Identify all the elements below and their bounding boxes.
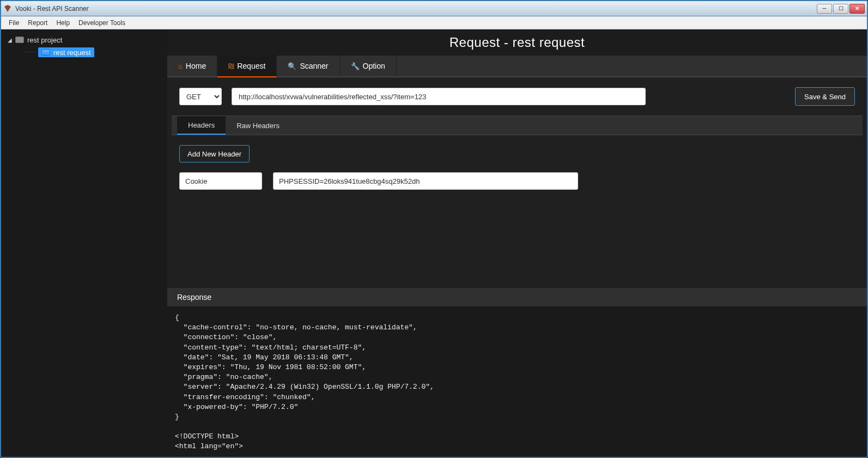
content-area: ◢ rest project ⋯⋯ rest request Request -…	[1, 29, 867, 457]
tab-scanner[interactable]: 🔍 Scanner	[277, 56, 339, 76]
menu-developer-tools[interactable]: Developer Tools	[74, 18, 130, 28]
app-icon	[3, 4, 12, 13]
tab-home-label: Home	[186, 62, 206, 70]
menu-help[interactable]: Help	[52, 18, 74, 28]
headers-panel: Add New Header	[167, 135, 867, 288]
add-header-button[interactable]: Add New Header	[179, 145, 250, 162]
header-row	[179, 172, 855, 190]
home-icon: ⌂	[178, 62, 183, 70]
tree-toggle-icon[interactable]: ◢	[8, 37, 15, 43]
request-icon: ₪	[228, 62, 234, 70]
tree-request-label: rest request	[53, 49, 91, 57]
page-title: Request - rest request	[167, 29, 867, 56]
app-window: Vooki - Rest API Scanner ─ ☐ ✕ File Repo…	[0, 0, 868, 458]
tree-project-row[interactable]: ◢ rest project	[8, 34, 167, 46]
request-row: GET Save & Send	[167, 77, 867, 116]
tab-home[interactable]: ⌂ Home	[167, 56, 217, 76]
response-body[interactable]: { "cache-control": "no-store, no-cache, …	[167, 306, 867, 457]
tree-selected-item[interactable]: rest request	[38, 47, 94, 57]
window-controls: ─ ☐ ✕	[817, 4, 865, 14]
method-select[interactable]: GET	[179, 88, 222, 105]
tab-scanner-label: Scanner	[300, 62, 328, 70]
scanner-icon: 🔍	[288, 62, 296, 70]
response-label: Response	[177, 293, 211, 302]
menu-file[interactable]: File	[4, 18, 23, 28]
menubar: File Report Help Developer Tools	[1, 16, 867, 29]
tab-option-label: Option	[363, 62, 385, 70]
subtab-headers[interactable]: Headers	[177, 116, 226, 135]
main-panel: Request - rest request ⌂ Home ₪ Request …	[167, 29, 867, 457]
window-title: Vooki - Rest API Scanner	[15, 5, 817, 13]
folder-icon	[41, 48, 50, 57]
header-key-input[interactable]	[179, 172, 262, 190]
save-send-button[interactable]: Save & Send	[795, 87, 855, 106]
url-input[interactable]	[232, 88, 646, 105]
sub-tabs: Headers Raw Headers	[172, 116, 863, 135]
minimize-button[interactable]: ─	[817, 4, 832, 14]
response-header: Response	[167, 288, 867, 306]
tab-request[interactable]: ₪ Request	[217, 56, 277, 77]
main-tabs: ⌂ Home ₪ Request 🔍 Scanner 🔧 Option	[167, 56, 867, 77]
folder-icon	[15, 35, 24, 44]
subtab-raw-headers[interactable]: Raw Headers	[226, 116, 290, 135]
option-icon: 🔧	[351, 62, 360, 70]
titlebar[interactable]: Vooki - Rest API Scanner ─ ☐ ✕	[1, 1, 867, 16]
maximize-button[interactable]: ☐	[833, 4, 848, 14]
tree-request-row[interactable]: ⋯⋯ rest request	[24, 46, 167, 59]
sidebar: ◢ rest project ⋯⋯ rest request	[1, 29, 167, 457]
close-button[interactable]: ✕	[849, 4, 865, 14]
tree-project-label: rest project	[27, 36, 62, 44]
tab-request-label: Request	[237, 62, 265, 70]
tab-option[interactable]: 🔧 Option	[340, 56, 397, 76]
header-value-input[interactable]	[273, 172, 578, 190]
tree-connector-icon: ⋯⋯	[24, 49, 36, 56]
menu-report[interactable]: Report	[23, 18, 52, 28]
